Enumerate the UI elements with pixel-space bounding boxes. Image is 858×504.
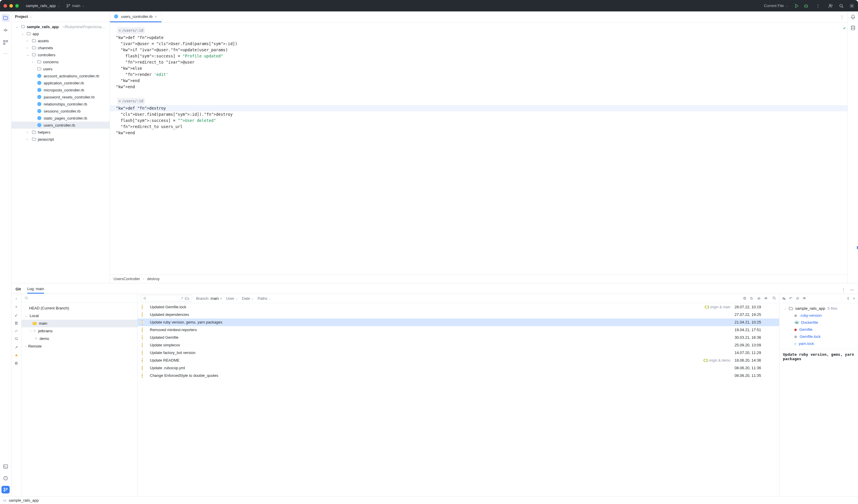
preview-diff-button[interactable]: 👁: [803, 296, 806, 300]
update-button[interactable]: ↙: [15, 313, 18, 318]
commit-row[interactable]: Update ruby version, gems, yarn packages…: [138, 319, 779, 326]
tree-item[interactable]: ›javascript: [12, 136, 110, 143]
problems-tool-button[interactable]: [1, 474, 10, 482]
tree-item[interactable]: ›helpers: [12, 129, 110, 136]
commit-row[interactable]: Updated dependencies27.07.22, 19:25: [138, 311, 779, 319]
code-line[interactable]: "kw">end: [116, 78, 847, 84]
more-actions[interactable]: ⋮: [816, 3, 821, 8]
more-tools[interactable]: ⋯: [3, 51, 8, 56]
hide-panel-button[interactable]: —: [850, 288, 854, 292]
branch-jetbrains-row[interactable]: ›⑂jetbrains: [21, 327, 137, 335]
changed-file-row[interactable]: 🐳Dockerfile: [779, 319, 858, 326]
favorite-button[interactable]: ★: [15, 353, 18, 357]
checkout-button[interactable]: ↗: [15, 345, 18, 349]
user-filter[interactable]: User ⌄: [226, 296, 238, 300]
code-line[interactable]: "kw">end: [116, 130, 847, 136]
search-button[interactable]: [839, 3, 844, 9]
tree-item[interactable]: application_controller.rb: [12, 79, 110, 86]
delete-button[interactable]: 🗑: [14, 321, 18, 325]
tree-item[interactable]: account_activations_controller.rb: [12, 72, 110, 79]
branch-main-row[interactable]: main: [21, 320, 137, 327]
code-editor[interactable]: ✔ ⊕/users/:id"kw">def "fn">update "ivar"…: [110, 22, 847, 274]
code-line[interactable]: "ivar">@user = "cls">User.find(params["s…: [116, 41, 847, 47]
editor-tab[interactable]: users_controller.rb ×: [110, 12, 162, 22]
changed-files-root[interactable]: ⌄ sample_rails_app 5 files: [779, 305, 858, 312]
breadcrumb-item[interactable]: destroy: [147, 277, 160, 281]
branch-demo-row[interactable]: ⑂demo: [21, 335, 137, 343]
tree-item[interactable]: ⌄controllers: [12, 51, 110, 58]
commit-row[interactable]: Updated Gemfile30.03.21, 16:36: [138, 334, 779, 341]
code-line[interactable]: "kw">def "fn">update: [116, 35, 847, 41]
changed-file-row[interactable]: ◆Gemfile: [779, 326, 858, 333]
zoom-window[interactable]: [15, 4, 19, 7]
tree-item[interactable]: password_resets_controller.rb: [12, 94, 110, 100]
changed-file-row[interactable]: ≣.ruby-version: [779, 312, 858, 319]
branch-switcher[interactable]: main ⌄: [66, 3, 84, 8]
tree-item[interactable]: ›assets: [12, 37, 110, 44]
project-switcher[interactable]: sample_rails_app ⌄: [26, 3, 60, 8]
branch-filter[interactable]: Branch: main ×: [196, 296, 222, 300]
code-line[interactable]: "cls">User.find(params["sym">:id])."fn">…: [116, 111, 847, 117]
settings-button[interactable]: [849, 3, 855, 9]
regex-toggle[interactable]: .*: [180, 296, 183, 300]
branch-search[interactable]: [21, 294, 137, 303]
tree-item[interactable]: relationships_controller.rb: [12, 100, 110, 108]
notifications-button[interactable]: [851, 14, 855, 20]
code-line[interactable]: "kw">def "fn">destroy: [110, 105, 847, 111]
commit-row[interactable]: Update .rubocop.yml08.06.20, 11:36: [138, 364, 779, 372]
tree-item[interactable]: sessions_controller.rb: [12, 108, 110, 115]
commit-row[interactable]: Removed minitest-reporters19.04.21, 17:5…: [138, 326, 779, 334]
git-tool-button[interactable]: [1, 486, 10, 493]
paths-filter[interactable]: Paths ⌄: [258, 296, 271, 300]
tree-item[interactable]: ›channels: [12, 44, 110, 51]
project-tool-button[interactable]: [1, 14, 10, 22]
code-line[interactable]: flash["sym">:success] = "">User deleted": [116, 117, 847, 124]
head-branch-row[interactable]: HEAD (Current Branch): [21, 305, 137, 312]
structure-tool-button[interactable]: [1, 38, 10, 47]
status-project[interactable]: sample_rails_app: [9, 498, 39, 503]
search-branches-button[interactable]: [14, 337, 18, 342]
revert-button[interactable]: ↶: [789, 296, 792, 300]
tree-item[interactable]: ›concerns: [12, 58, 110, 65]
find-icon[interactable]: [772, 296, 776, 301]
show-details-icon[interactable]: 👁: [764, 296, 768, 300]
commit-row[interactable]: Updated Gemfile.lock origin & main28.07.…: [138, 303, 779, 311]
run-config-selector[interactable]: Current File ⌄: [764, 3, 788, 8]
commit-row[interactable]: Update factory_bot version14.07.20, 11:2…: [138, 349, 779, 357]
code-line[interactable]: "fn">redirect_to users_url: [116, 124, 847, 130]
editor-tab-more[interactable]: ⋮: [840, 15, 844, 19]
commit-row[interactable]: Change EnforcedStyle to double_quotes08.…: [138, 372, 779, 379]
commit-tool-button[interactable]: [1, 26, 10, 34]
tree-item[interactable]: ⌄app: [12, 30, 110, 37]
code-with-me-button[interactable]: [828, 3, 833, 9]
code-line[interactable]: flash["sym">:success] = "Profile updated…: [116, 53, 847, 59]
close-tab-icon[interactable]: ×: [155, 14, 157, 19]
terminal-tool-button[interactable]: [1, 462, 10, 471]
tree-item[interactable]: microposts_controller.rb: [12, 86, 110, 94]
cherry-pick-icon[interactable]: ഒ: [758, 296, 760, 300]
close-detail-button[interactable]: ×: [853, 296, 855, 300]
breadcrumb-item[interactable]: UsersController: [113, 277, 140, 281]
compare-button[interactable]: ⇄: [15, 329, 18, 333]
close-window[interactable]: [3, 4, 7, 7]
commit-row[interactable]: Update README origin & demo18.06.20, 14:…: [138, 357, 779, 364]
refresh-icon[interactable]: ↻: [750, 296, 753, 300]
minimize-window[interactable]: [10, 4, 13, 7]
run-button[interactable]: [794, 3, 799, 8]
remote-group-row[interactable]: ›Remote: [21, 343, 137, 350]
settings-button[interactable]: ✿: [15, 361, 18, 365]
database-tool-button[interactable]: [851, 25, 855, 31]
date-filter[interactable]: Date ⌄: [242, 296, 253, 300]
tree-item[interactable]: users_controller.rb: [12, 121, 110, 129]
group-by-button[interactable]: ↹: [782, 296, 785, 300]
tree-item[interactable]: static_pages_controller.rb: [12, 115, 110, 121]
new-branch-icon[interactable]: ⧉: [743, 296, 746, 300]
code-line[interactable]: "kw">else: [116, 65, 847, 71]
commit-row[interactable]: Update simplecov25.09.20, 13:09: [138, 341, 779, 349]
undo-button[interactable]: ↺: [796, 296, 799, 300]
git-log-tab[interactable]: Log: main: [27, 287, 44, 294]
local-group-row[interactable]: ⌄Local: [21, 312, 137, 320]
tree-item[interactable]: users: [12, 65, 110, 72]
changed-file-row[interactable]: ⟐yarn.lock: [779, 340, 858, 347]
project-tree[interactable]: ⌄sample_rails_app~/RubymineProjects/samp…: [12, 22, 110, 283]
